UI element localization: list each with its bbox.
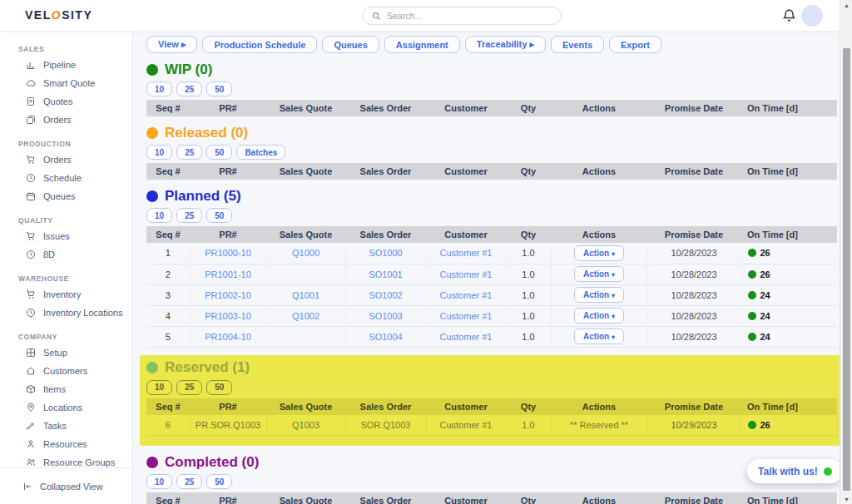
chat-online-dot [824,467,832,476]
customer-link[interactable]: Customer #1 [426,326,506,347]
search-box[interactable] [362,7,562,25]
pipeline-icon [25,60,36,71]
pager-button-25[interactable]: 25 [176,82,202,96]
sales-order-link[interactable]: SOR.Q1003 [345,415,426,436]
section-title: Completed (0) [165,454,259,471]
table-row: 5PR1004-10SO1004Customer #11.0Action ▾10… [146,326,837,347]
pager-button-50[interactable]: 50 [206,208,232,223]
table-row: 2PR1001-10SO1001Customer #11.0Action ▾10… [146,264,837,284]
sidebar-item-pipeline[interactable]: Pipeline [0,56,132,74]
search-icon [371,11,382,22]
pr-number-link[interactable]: PR1000-10 [190,243,266,264]
action-dropdown-button[interactable]: Action ▾ [574,287,624,303]
sales-quote-link[interactable]: Q1000 [266,243,345,264]
sales-order-link[interactable]: SO1001 [345,264,426,284]
sales-quote-link[interactable]: Q1003 [266,415,345,436]
column-header-qty: Qty [506,163,551,180]
page-scrollbar[interactable]: ▲ ▼ [840,0,852,504]
pager-button-25[interactable]: 25 [176,380,202,395]
pr-number-link[interactable]: PR1002-10 [190,284,266,305]
pr-number-link[interactable]: PR1004-10 [190,326,266,347]
toolbar-button-traceability[interactable]: Traceability ▸ [465,36,546,53]
sidebar-item-inventory[interactable]: Inventory [0,285,132,304]
sidebar-item-items[interactable]: Items [0,380,132,398]
pr-number-link[interactable]: PR.SOR.Q1003 [190,415,266,436]
sales-order-link[interactable]: SO1003 [345,305,426,326]
sidebar-item-schedule[interactable]: Schedule [0,169,132,187]
pager-button-batches[interactable]: Batches [236,145,285,160]
scroll-down-arrow-icon[interactable]: ▼ [840,494,852,504]
customer-link[interactable]: Customer #1 [426,415,506,436]
sidebar-item-locations[interactable]: Locations [0,398,132,417]
sidebar-item-label: Queues [43,191,76,201]
customer-link[interactable]: Customer #1 [426,284,506,305]
collapsed-view-toggle[interactable]: Collapsed View [0,467,132,504]
released-pager: 102550Batches [146,145,840,160]
sidebar-item-label: Items [43,384,66,394]
sales-order-link[interactable]: SO1000 [345,243,426,264]
customer-link[interactable]: Customer #1 [426,243,506,264]
column-header-qty: Qty [506,100,551,116]
sidebar-item-issues[interactable]: Issues [0,227,132,245]
action-dropdown-button[interactable]: Action ▾ [574,308,624,324]
toolbar-button-production-schedule[interactable]: Production Schedule [202,36,317,53]
pager-button-10[interactable]: 10 [146,82,172,96]
customer-link[interactable]: Customer #1 [426,305,506,326]
pr-number-link[interactable]: PR1003-10 [190,305,266,326]
inventory-icon [25,289,36,300]
pager-button-50[interactable]: 50 [206,380,232,395]
qty-cell: 1.0 [506,305,551,326]
sidebar-item-orders[interactable]: Orders [0,111,132,129]
pager-button-10[interactable]: 10 [146,145,172,160]
pager-button-10[interactable]: 10 [146,474,172,489]
sidebar-item-smart-quote[interactable]: Smart Quote [0,74,132,92]
toolbar-button-view[interactable]: View ▸ [146,36,197,53]
column-header-customer: Customer [426,398,506,415]
sidebar-item-inventory-locations[interactable]: Inventory Locations [0,304,132,322]
toolbar-button-events[interactable]: Events [551,36,604,53]
sidebar-item-orders[interactable]: Orders [0,151,132,169]
pr-number-link[interactable]: PR1001-10 [190,264,266,284]
user-avatar[interactable] [801,5,823,27]
velosity-logo[interactable]: VELOSITY [25,8,92,22]
customer-link[interactable]: Customer #1 [426,264,506,284]
toolbar-button-assignment[interactable]: Assignment [384,36,460,53]
sidebar-item-label: Orders [43,115,72,125]
sales-quote-link[interactable]: Q1001 [266,284,345,305]
issues-icon [25,231,36,242]
sidebar-item-8d[interactable]: 8D [0,245,132,264]
sidebar-item-label: Customers [43,366,87,376]
quotes-icon [25,96,36,107]
pager-button-10[interactable]: 10 [146,380,172,395]
toolbar-button-export[interactable]: Export [609,36,661,53]
on-time-cell: 24 [741,284,837,305]
sidebar-item-setup[interactable]: Setup [0,343,132,362]
pager-button-25[interactable]: 25 [176,208,202,223]
pager-button-50[interactable]: 50 [206,82,232,96]
sidebar-item-resources[interactable]: Resources [0,435,132,453]
sales-order-link[interactable]: SO1004 [345,326,426,347]
sidebar-item-queues[interactable]: Queues [0,187,132,205]
action-dropdown-button[interactable]: Action ▾ [574,329,624,344]
sidebar-item-label: Resource Groups [43,457,115,467]
sidebar-item-customers[interactable]: Customers [0,362,132,380]
search-input[interactable] [387,11,552,21]
sidebar-item-tasks[interactable]: Tasks [0,417,132,435]
chevron-down-icon: ▾ [612,334,615,341]
pager-button-50[interactable]: 50 [206,474,232,489]
scrollbar-thumb[interactable] [843,48,850,491]
notifications-bell-icon[interactable] [782,8,797,23]
pager-button-25[interactable]: 25 [176,145,202,160]
sales-quote-link[interactable]: Q1002 [266,305,345,326]
toolbar-button-queues[interactable]: Queues [322,36,379,53]
pager-button-25[interactable]: 25 [176,474,202,489]
sidebar-item-quotes[interactable]: Quotes [0,92,132,111]
sales-order-link[interactable]: SO1002 [345,284,426,305]
talk-with-us-button[interactable]: Talk with us! [747,459,843,483]
on-time-cell: 24 [741,326,837,347]
action-dropdown-button[interactable]: Action ▾ [574,245,624,261]
pager-button-10[interactable]: 10 [146,208,172,223]
scroll-up-arrow-icon[interactable]: ▲ [840,0,852,10]
action-dropdown-button[interactable]: Action ▾ [574,266,624,282]
pager-button-50[interactable]: 50 [206,145,232,160]
